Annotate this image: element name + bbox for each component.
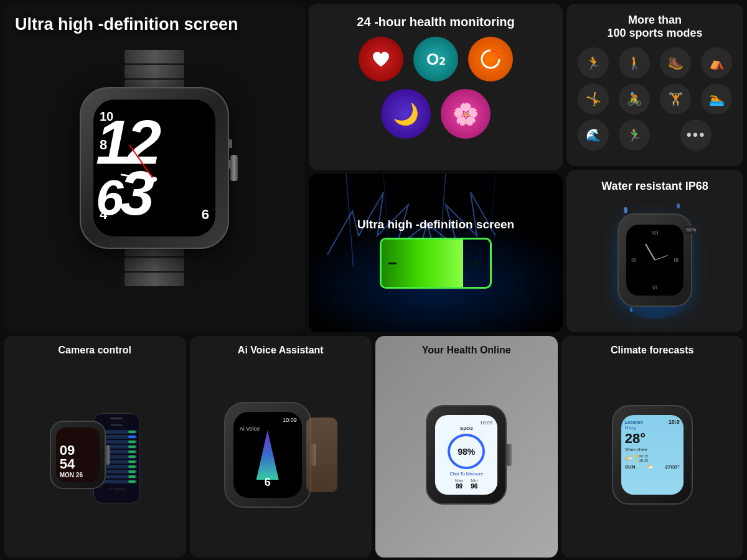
climate-screen: Location 10:0 Hazy 28° Shenzhen 🌤️ ☀️ 06…	[621, 415, 684, 495]
wrist-illustration	[306, 418, 337, 492]
sports-panel: More than 100 sports modes 🏃 🚶 🥾 ⛺ 🤸 🚴 🏋…	[566, 4, 743, 166]
water-resistant-panel: Water resistant IP68 XII III VI IX	[566, 170, 743, 332]
water-watch-image: XII III VI IX	[618, 198, 692, 322]
sport-more-icon: •••	[680, 119, 712, 151]
camera-watch-screen: 09 54 MON 26	[56, 427, 100, 482]
health-icons-row2: 🌙 🌸	[381, 89, 491, 139]
voice-title: Ai Voice Assistant	[238, 345, 324, 356]
climate-top-time: 10:0	[669, 419, 680, 425]
sport-running-icon: 🏃	[578, 47, 609, 78]
climate-day: SUN	[625, 464, 636, 470]
sport-cycling-icon: 🚴	[619, 83, 650, 114]
health-icons-row1: O₂	[359, 37, 513, 82]
ho-time: 10:09	[480, 420, 492, 426]
sports-icons-grid: 🏃 🚶 🥾 ⛺ 🤸 🚴 🏋️ 🏊 🌊 🏃‍♂️ •••	[575, 47, 735, 151]
climate-content: Location 10:0 Hazy 28° Shenzhen 🌤️ ☀️ 06…	[569, 361, 736, 549]
health-online-content: 10:09 SpO2 98% Click To Measure Max 99 M…	[383, 361, 550, 549]
sport-hiking-icon: 🥾	[660, 47, 691, 78]
climate-watch: Location 10:0 Hazy 28° Shenzhen 🌤️ ☀️ 06…	[612, 405, 693, 505]
health-title: 24 -hour health monitoring	[357, 15, 514, 29]
health-online-panel: Your Health Online 10:09 SpO2 98% Click …	[375, 336, 558, 558]
water-watch-screen: XII III VI IX	[626, 225, 684, 296]
voice-panel: Ai Voice Assistant 10:09 Ai Voice 6	[190, 336, 372, 558]
sport-gym-icon: 🏋️	[660, 83, 691, 114]
climate-panel: Climate forecasts Location 10:0 Hazy 28°…	[561, 336, 744, 558]
climate-city: Shenzhen	[625, 447, 680, 452]
activity-icon	[468, 37, 513, 82]
climate-condition: Hazy	[625, 425, 680, 431]
main-title: Ultra high -definition screen	[15, 15, 238, 34]
ho-percent: 98%	[458, 447, 475, 457]
ai-voice-label: Ai Voice	[240, 426, 260, 432]
health-online-screen: 10:09 SpO2 98% Click To Measure Max 99 M…	[435, 415, 497, 495]
climate-temp: 28°	[625, 431, 680, 447]
battery-panel: Ultra high -definition screen − +	[309, 174, 563, 332]
voice-watch-screen: 10:09 Ai Voice 6	[233, 412, 302, 498]
battery-minus: −	[388, 253, 397, 273]
camera-panel: Camera control 09 54 MON 26 iPhone	[4, 336, 186, 558]
voice-content: 10:09 Ai Voice 6	[197, 361, 365, 549]
camera-title: Camera control	[59, 345, 131, 356]
heart-rate-icon	[359, 37, 403, 82]
health-app-icon: 🌸	[441, 89, 491, 139]
ho-spo2: SpO2	[460, 426, 473, 431]
ho-min-val: 96	[471, 483, 477, 490]
health-online-title: Your Health Online	[422, 345, 511, 356]
oxygen-icon: O₂	[413, 37, 458, 82]
climate-location: Location	[625, 420, 643, 424]
main-watch: 10 12 63 4 6 8	[61, 50, 248, 286]
watch-screen: 10 12 63 4 6 8	[93, 100, 215, 236]
battery-shell: − +	[380, 238, 492, 289]
sport-outdoor-icon: ⛺	[701, 47, 732, 78]
climate-title: Climate forecasts	[611, 345, 693, 356]
battery-plus: +	[471, 253, 480, 273]
voice-watch: 10:09 Ai Voice 6	[224, 402, 311, 508]
sleep-icon: 🌙	[381, 89, 431, 139]
battery-title: Ultra high -definition screen	[357, 218, 514, 231]
sport-sprint-icon: 🏃‍♂️	[619, 119, 650, 151]
voice-bottom-digit: 6	[265, 476, 271, 489]
ho-max-label: Max	[455, 478, 463, 483]
voice-beam	[249, 430, 286, 480]
sport-exercise-icon: 🤸	[578, 83, 609, 114]
camera-content: 09 54 MON 26 iPhone	[11, 361, 179, 549]
water-title: Water resistant IP68	[601, 180, 708, 193]
voice-time: 10:09	[283, 417, 297, 423]
sport-walking-icon: 🚶	[619, 47, 650, 78]
ho-min-label: Min	[471, 478, 477, 483]
health-online-watch: 10:09 SpO2 98% Click To Measure Max 99 M…	[426, 405, 507, 505]
climate-temp-range: 27/33°	[665, 464, 680, 470]
sports-title: More than 100 sports modes	[607, 14, 702, 40]
climate-sunset: 18:15	[639, 459, 648, 462]
camera-watch: 09 54 MON 26	[50, 421, 106, 489]
sport-swim-icon: 🏊	[701, 83, 732, 114]
sport-water-icon: 🌊	[578, 119, 609, 151]
health-panel: 24 -hour health monitoring O₂ 🌙	[309, 4, 563, 170]
ho-cta: Click To Measure	[449, 472, 483, 476]
main-watch-panel: Ultra high -definition screen	[4, 4, 305, 332]
battery-nub	[491, 255, 492, 271]
ho-max-val: 99	[455, 483, 463, 490]
